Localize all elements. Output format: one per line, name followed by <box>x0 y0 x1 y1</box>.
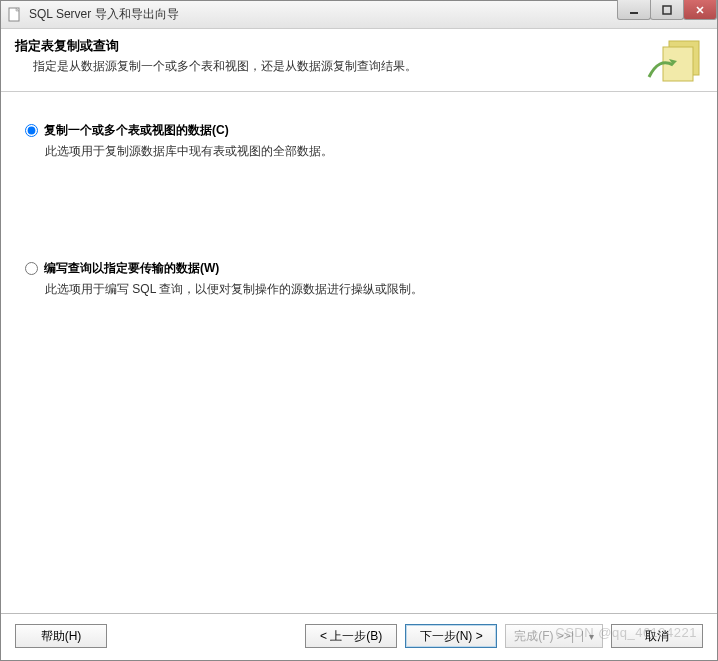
wizard-step-icon <box>639 37 703 85</box>
window-controls <box>618 0 717 20</box>
help-button-label: 帮助(H) <box>41 628 82 645</box>
finish-dropdown-icon: ▾ <box>582 631 594 642</box>
radio-write-query-input[interactable] <box>25 262 38 275</box>
help-button[interactable]: 帮助(H) <box>15 624 107 648</box>
radio-write-query[interactable]: 编写查询以指定要传输的数据(W) <box>25 260 693 277</box>
svg-rect-2 <box>663 6 671 14</box>
svg-rect-1 <box>630 12 638 14</box>
option-write-query: 编写查询以指定要传输的数据(W) 此选项用于编写 SQL 查询，以便对复制操作的… <box>25 260 693 298</box>
radio-copy-tables[interactable]: 复制一个或多个表或视图的数据(C) <box>25 122 693 139</box>
titlebar: SQL Server 导入和导出向导 <box>1 1 717 29</box>
wizard-header: 指定表复制或查询 指定是从数据源复制一个或多个表和视图，还是从数据源复制查询结果… <box>1 29 717 92</box>
radio-copy-tables-label: 复制一个或多个表或视图的数据(C) <box>44 122 229 139</box>
header-subtitle: 指定是从数据源复制一个或多个表和视图，还是从数据源复制查询结果。 <box>33 58 631 75</box>
header-text: 指定表复制或查询 指定是从数据源复制一个或多个表和视图，还是从数据源复制查询结果… <box>15 37 631 79</box>
back-button-label: < 上一步(B) <box>320 628 382 645</box>
cancel-button-label: 取消 <box>645 628 669 645</box>
option-copy-tables: 复制一个或多个表或视图的数据(C) 此选项用于复制源数据库中现有表或视图的全部数… <box>25 122 693 160</box>
header-title: 指定表复制或查询 <box>15 37 631 55</box>
option-copy-tables-desc: 此选项用于复制源数据库中现有表或视图的全部数据。 <box>45 143 693 160</box>
radio-copy-tables-input[interactable] <box>25 124 38 137</box>
maximize-button[interactable] <box>650 0 684 20</box>
radio-write-query-label: 编写查询以指定要传输的数据(W) <box>44 260 219 277</box>
next-button[interactable]: 下一步(N) > <box>405 624 497 648</box>
minimize-button[interactable] <box>617 0 651 20</box>
option-write-query-desc: 此选项用于编写 SQL 查询，以便对复制操作的源数据进行操纵或限制。 <box>45 281 693 298</box>
cancel-button[interactable]: 取消 <box>611 624 703 648</box>
next-button-label: 下一步(N) > <box>420 628 483 645</box>
close-button[interactable] <box>683 0 717 20</box>
finish-button-label: 完成(F) >>| <box>514 628 574 645</box>
button-bar: 帮助(H) < 上一步(B) 下一步(N) > 完成(F) >>| ▾ 取消 <box>1 614 717 660</box>
window-title: SQL Server 导入和导出向导 <box>29 6 179 23</box>
back-button[interactable]: < 上一步(B) <box>305 624 397 648</box>
wizard-content: 复制一个或多个表或视图的数据(C) 此选项用于复制源数据库中现有表或视图的全部数… <box>1 92 717 613</box>
app-icon <box>7 7 23 23</box>
wizard-window: SQL Server 导入和导出向导 指定表复制或查询 指定是从数据源复制一个或… <box>0 0 718 661</box>
finish-button: 完成(F) >>| ▾ <box>505 624 603 648</box>
